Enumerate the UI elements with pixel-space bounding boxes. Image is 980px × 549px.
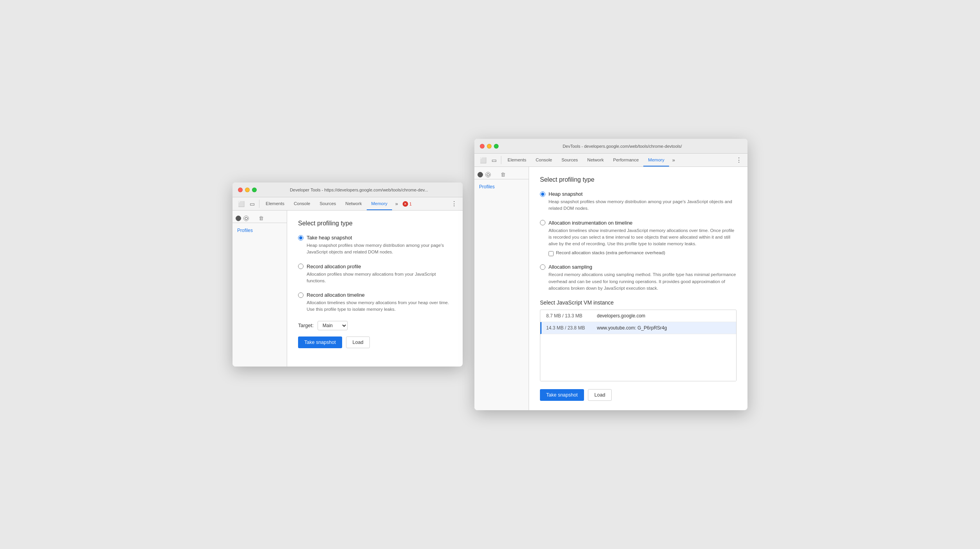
right-tab-console[interactable]: Console bbox=[531, 154, 557, 166]
left-panel-title: Select profiling type bbox=[298, 220, 452, 227]
allocation-stacks-label[interactable]: Record allocation stacks (extra performa… bbox=[556, 250, 665, 255]
right-option-1-header: Heap snapshot bbox=[540, 191, 737, 197]
right-devtools-window: DevTools - developers.google.com/web/too… bbox=[474, 139, 747, 410]
right-option-3-label[interactable]: Allocation sampling bbox=[549, 264, 592, 270]
toolbar-separator bbox=[259, 200, 259, 208]
tab-elements[interactable]: Elements bbox=[261, 197, 289, 210]
right-devtools-body: ○ 🗑 Profiles Select profiling type Heap … bbox=[474, 167, 747, 410]
right-stop-button[interactable]: ○ bbox=[485, 172, 491, 177]
left-radio-1[interactable] bbox=[298, 235, 304, 241]
left-tabs: Elements Console Sources Network Memory … bbox=[261, 197, 401, 210]
stop-button[interactable]: ○ bbox=[243, 216, 249, 221]
vm-name-0: developers.google.com bbox=[597, 313, 645, 319]
right-radio-3[interactable] bbox=[540, 264, 545, 270]
menu-dots-right[interactable]: ⋮ bbox=[733, 154, 744, 166]
right-sidebar-section: Profiles bbox=[474, 179, 529, 194]
clear-icon[interactable]: 🗑 bbox=[259, 215, 264, 221]
left-target-label: Target: bbox=[298, 322, 314, 328]
tab-memory[interactable]: Memory bbox=[367, 197, 392, 210]
right-tab-performance[interactable]: Performance bbox=[609, 154, 644, 166]
right-option-2: Allocation instrumentation on timeline A… bbox=[540, 220, 737, 257]
right-load-button[interactable]: Load bbox=[588, 389, 612, 401]
vm-section-title: Select JavaScript VM instance bbox=[540, 299, 737, 306]
left-toolbar: ⬜ ▭ Elements Console Sources Network Mem… bbox=[233, 197, 463, 211]
vm-instance-table: 8.7 MB / 13.3 MB developers.google.com 1… bbox=[540, 310, 737, 381]
left-devtools-body: ○ 🗑 Profiles Select profiling type Take … bbox=[233, 211, 463, 367]
right-radio-2[interactable] bbox=[540, 220, 545, 225]
allocation-stacks-checkbox[interactable] bbox=[549, 251, 554, 256]
vm-memory-0: 8.7 MB / 13.3 MB bbox=[546, 313, 597, 319]
vm-memory-1: 14.3 MB / 23.8 MB bbox=[546, 325, 597, 331]
right-option-1-label[interactable]: Heap snapshot bbox=[549, 191, 582, 197]
right-tab-network[interactable]: Network bbox=[582, 154, 608, 166]
record-button[interactable] bbox=[236, 216, 241, 221]
right-main-panel: Select profiling type Heap snapshot Heap… bbox=[529, 167, 747, 410]
traffic-lights-left bbox=[238, 188, 257, 192]
left-option-1-header: Take heap snapshot bbox=[298, 235, 452, 241]
minimize-button-right[interactable] bbox=[487, 144, 492, 149]
left-option-1: Take heap snapshot Heap snapshot profile… bbox=[298, 235, 452, 256]
right-option-2-label[interactable]: Allocation instrumentation on timeline bbox=[549, 220, 632, 226]
right-device-icon[interactable]: ▭ bbox=[488, 154, 499, 166]
menu-dots-left[interactable]: ⋮ bbox=[449, 197, 460, 210]
right-tab-elements[interactable]: Elements bbox=[503, 154, 531, 166]
vm-empty-area bbox=[540, 334, 736, 381]
maximize-button-left[interactable] bbox=[252, 188, 257, 192]
left-option-2-header: Record allocation profile bbox=[298, 264, 452, 269]
left-sidebar-toolbar: ○ 🗑 bbox=[233, 214, 287, 223]
right-sidebar: ○ 🗑 Profiles bbox=[474, 167, 529, 410]
right-tabs: Elements Console Sources Network Perform… bbox=[503, 154, 678, 166]
left-option-2-desc: Allocation profiles show memory allocati… bbox=[307, 271, 452, 285]
vm-row-1[interactable]: 14.3 MB / 23.8 MB www.youtube.com: G_P6r… bbox=[540, 322, 736, 334]
tab-console[interactable]: Console bbox=[289, 197, 315, 210]
right-inspect-icon[interactable]: ⬜ bbox=[478, 154, 488, 166]
device-icon[interactable]: ▭ bbox=[247, 197, 257, 210]
tab-network[interactable]: Network bbox=[341, 197, 366, 210]
left-option-1-label[interactable]: Take heap snapshot bbox=[307, 235, 352, 241]
left-radio-3[interactable] bbox=[298, 292, 304, 298]
left-window-title: Developer Tools - https://developers.goo… bbox=[261, 188, 457, 192]
error-badge[interactable]: ✕ 1 bbox=[403, 197, 412, 210]
profiles-sidebar-item[interactable]: Profiles bbox=[237, 226, 282, 235]
left-option-2: Record allocation profile Allocation pro… bbox=[298, 264, 452, 285]
left-sidebar: ○ 🗑 Profiles bbox=[233, 211, 287, 367]
right-tab-sources[interactable]: Sources bbox=[557, 154, 582, 166]
right-profiles-sidebar-item[interactable]: Profiles bbox=[479, 182, 524, 191]
close-button-left[interactable] bbox=[238, 188, 243, 192]
left-title-bar: Developer Tools - https://developers.goo… bbox=[233, 182, 463, 197]
left-option-3-desc: Allocation timelines show memory allocat… bbox=[307, 299, 452, 313]
inspect-icon[interactable]: ⬜ bbox=[236, 197, 247, 210]
left-option-2-label[interactable]: Record allocation profile bbox=[307, 264, 361, 269]
right-option-1-desc: Heap snapshot profiles show memory distr… bbox=[549, 198, 737, 212]
right-record-button[interactable] bbox=[478, 172, 483, 177]
right-panel-title: Select profiling type bbox=[540, 176, 737, 183]
tab-more-left[interactable]: » bbox=[392, 197, 401, 210]
left-take-snapshot-button[interactable]: Take snapshot bbox=[298, 336, 342, 348]
maximize-button-right[interactable] bbox=[494, 144, 499, 149]
right-tab-more[interactable]: » bbox=[669, 154, 678, 166]
vm-row-0[interactable]: 8.7 MB / 13.3 MB developers.google.com bbox=[540, 310, 736, 322]
right-option-2-desc: Allocation timelines show instrumented J… bbox=[549, 227, 737, 248]
left-target-select[interactable]: Main bbox=[318, 321, 348, 330]
right-window-title: DevTools - developers.google.com/web/too… bbox=[502, 144, 742, 149]
tab-sources[interactable]: Sources bbox=[315, 197, 341, 210]
right-btn-row: Take snapshot Load bbox=[540, 389, 737, 401]
minimize-button-left[interactable] bbox=[245, 188, 250, 192]
left-main-panel: Select profiling type Take heap snapshot… bbox=[287, 211, 463, 367]
left-option-3-label[interactable]: Record allocation timeline bbox=[307, 292, 365, 298]
left-radio-2[interactable] bbox=[298, 264, 304, 269]
right-clear-icon[interactable]: 🗑 bbox=[501, 172, 506, 177]
left-btn-row: Take snapshot Load bbox=[298, 336, 452, 348]
left-option-1-desc: Heap snapshot profiles show memory distr… bbox=[307, 242, 452, 256]
right-option-3-header: Allocation sampling bbox=[540, 264, 737, 270]
right-tab-memory[interactable]: Memory bbox=[643, 154, 669, 166]
right-option-3-desc: Record memory allocations using sampling… bbox=[549, 271, 737, 292]
close-button-right[interactable] bbox=[480, 144, 485, 149]
right-take-snapshot-button[interactable]: Take snapshot bbox=[540, 389, 584, 401]
error-circle-icon: ✕ bbox=[403, 201, 408, 207]
left-load-button[interactable]: Load bbox=[346, 336, 370, 348]
right-sidebar-toolbar: ○ 🗑 bbox=[474, 170, 529, 179]
left-sidebar-section: Profiles bbox=[233, 223, 287, 238]
right-radio-1[interactable] bbox=[540, 191, 545, 197]
left-option-3: Record allocation timeline Allocation ti… bbox=[298, 292, 452, 313]
